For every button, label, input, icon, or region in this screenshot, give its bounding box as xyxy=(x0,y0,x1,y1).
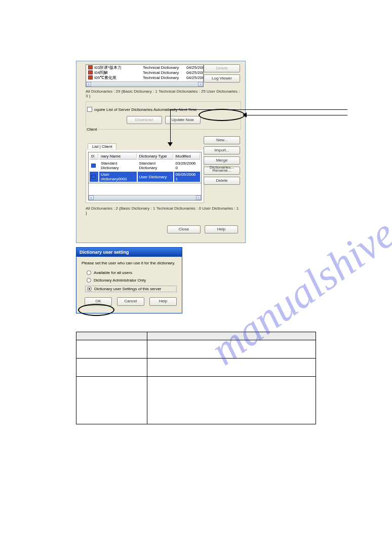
delete-button[interactable]: Delete xyxy=(204,64,240,72)
download-button[interactable]: Download xyxy=(127,116,162,124)
new-button[interactable]: New... xyxy=(204,136,240,144)
dictionary-tool-dialog: I03班课*版本力 Technical Dictionary 04/25/20l… xyxy=(76,61,246,243)
scroll-left-icon[interactable]: ‹ xyxy=(89,195,94,200)
annotation-oval-ok xyxy=(78,304,114,316)
delete-client-button[interactable]: Delete xyxy=(204,177,240,185)
log-viewer-button[interactable]: Log Viewer xyxy=(204,74,240,83)
table-row xyxy=(147,340,316,359)
col-header[interactable]: D: xyxy=(90,153,98,160)
client-summary: All Dictionaries : 2 {Basic Dictionary :… xyxy=(86,206,241,215)
client-list-empty-area: ‹ › xyxy=(88,183,202,201)
annotation-line xyxy=(170,109,171,144)
radio-icon[interactable] xyxy=(87,270,91,275)
horizontal-scrollbar[interactable]: ‹ › xyxy=(89,195,201,200)
folder-icon xyxy=(88,65,93,69)
table-header xyxy=(76,332,147,340)
annotation-line xyxy=(245,115,347,115)
table-row xyxy=(76,340,147,359)
rename-button[interactable]: Rename... xyxy=(204,167,240,175)
list-item[interactable]: I05℃素化業 Technical Dictionary 04/25/20l xyxy=(86,75,203,80)
radio-icon[interactable] xyxy=(87,278,91,283)
close-button[interactable]: Close xyxy=(167,225,201,233)
col-modified[interactable]: Modified xyxy=(174,153,200,160)
import-button[interactable]: Import... xyxy=(204,146,240,154)
client-tabstrip: List | Client D: nary Name Dictionary Ty… xyxy=(86,150,204,203)
folder-icon xyxy=(88,75,93,80)
checkbox-icon[interactable] xyxy=(87,107,92,112)
client-dictionary-table[interactable]: D: nary Name Dictionary Type Modified St… xyxy=(88,152,202,183)
annotation-oval-update xyxy=(199,109,245,121)
dictionary-icon xyxy=(91,175,96,179)
cancel-button[interactable]: Cancel xyxy=(117,297,144,306)
table-header xyxy=(147,332,316,340)
radio-icon[interactable] xyxy=(87,287,92,291)
server-dictionary-list[interactable]: I03班课*版本力 Technical Dictionary 04/25/20l… xyxy=(86,64,204,87)
radio-server-settings[interactable]: Dictionary user Settings of this server xyxy=(85,286,177,292)
table-row xyxy=(147,359,316,377)
help-button[interactable]: Help xyxy=(149,297,177,306)
table-row xyxy=(76,377,147,424)
annotation-line xyxy=(170,109,347,110)
options-table xyxy=(76,332,316,424)
horizontal-scrollbar[interactable]: ‹ › xyxy=(86,82,203,87)
scroll-right-icon[interactable]: › xyxy=(196,195,201,200)
radio-all-users[interactable]: Available for all users xyxy=(87,270,177,275)
tab-list-client[interactable]: List | Client xyxy=(88,143,116,149)
client-group-label: Client xyxy=(86,127,98,132)
server-summary: All Dictionaries : 29 {Basic Dictionary … xyxy=(86,89,241,98)
scroll-left-icon[interactable]: ‹ xyxy=(86,82,91,87)
arrow-down-icon xyxy=(168,142,173,146)
table-row xyxy=(147,377,316,424)
radio-admin-only[interactable]: Dictionary Administrator Only xyxy=(87,278,177,283)
merge-dictionaries-button[interactable]: Merge Dictionaries... xyxy=(204,156,240,165)
col-type[interactable]: Dictionary Type xyxy=(138,153,173,160)
dialog-title: Dictionary user setting xyxy=(76,248,182,257)
folder-icon xyxy=(88,70,93,74)
dialog-prompt: Please set the user who can use it for t… xyxy=(82,261,177,265)
table-row xyxy=(76,359,147,377)
help-button[interactable]: Help xyxy=(205,225,238,233)
list-item[interactable]: I03班课*版本力 Technical Dictionary 04/25/20l xyxy=(86,65,203,70)
table-row-selected[interactable]: User dictionary0001 User Dictionary 06/0… xyxy=(90,172,200,182)
col-name[interactable]: nary Name xyxy=(99,153,137,160)
dictionary-icon xyxy=(91,164,96,168)
scroll-right-icon[interactable]: › xyxy=(198,82,203,87)
table-row[interactable]: Standard Dictionary Standard Dictionary … xyxy=(90,161,200,171)
list-item[interactable]: I04問解 Technical Dictionary 04/25/20l xyxy=(86,70,203,75)
